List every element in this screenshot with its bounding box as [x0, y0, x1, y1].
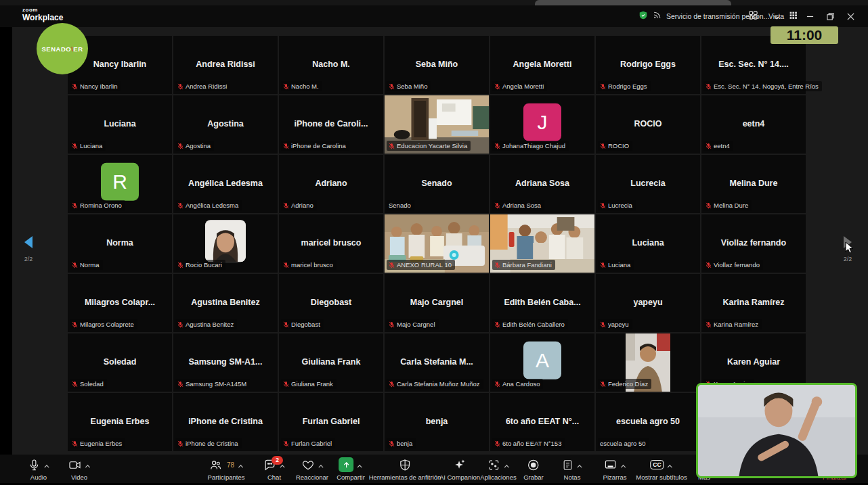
participant-tile[interactable]: Diegobast Diegobast [279, 274, 383, 332]
toolbar-label: Participantes [208, 474, 245, 481]
participant-label: maricel brusco [281, 260, 337, 270]
participant-tile[interactable]: Milagros Colapr... Milagros Colaprete [68, 274, 172, 332]
participant-tile[interactable]: Luciana Luciana [68, 95, 172, 154]
participant-tile[interactable]: Nacho M. Nacho M. [279, 36, 383, 94]
participant-tile[interactable]: Angélica Ledesma Angélica Ledesma [173, 155, 278, 213]
zoom-workplace-logo: zoom Workplace [22, 7, 63, 22]
participant-tile[interactable]: Adriana Sosa Adriana Sosa [490, 155, 594, 213]
participant-label: Adriana Sosa [492, 200, 544, 210]
chevron-up-icon[interactable] [577, 459, 582, 471]
participant-label: Romina Orono [70, 200, 125, 210]
stream-service-menu[interactable]: Servicio de transmisión person... [638, 5, 780, 27]
participant-tile[interactable]: Educacion Yacarte Silvia [385, 95, 489, 154]
participant-tile[interactable]: Agustina Benitez Agustina Benitez [173, 274, 278, 332]
participant-tile[interactable]: Lucrecia Lucrecia [596, 155, 700, 213]
ai-companion-button[interactable]: AI Companion [439, 457, 480, 481]
participant-tile[interactable]: maricel brusco maricel brusco [279, 214, 383, 273]
participant-tile[interactable]: Esc. Sec. N° 14.... Esc. Sec. N° 14. Nog… [701, 36, 806, 94]
participant-tile[interactable]: escuela agro 50escuela agro 50 [596, 393, 700, 451]
participant-tile[interactable]: eetn4 eetn4 [701, 95, 806, 154]
share-button[interactable]: Compartir [337, 457, 365, 481]
participant-name: maricel brusco [279, 238, 383, 248]
participant-tile[interactable]: Karina Ramírez Karina Ramírez [701, 274, 806, 332]
captions-button[interactable]: CCMostrar subtítulos [636, 457, 687, 481]
participant-tile[interactable]: SenadoSenado [385, 155, 489, 213]
participant-tile[interactable]: A Ana Cardoso [490, 333, 594, 392]
participant-tile[interactable]: iPhone de Caroli... iPhone de Carolina [279, 95, 383, 154]
muted-mic-icon [494, 202, 500, 209]
participant-tile[interactable]: ROCIO ROCIO [596, 95, 700, 154]
participant-tile[interactable]: Adriano Adriano [279, 155, 383, 213]
participant-tile[interactable]: Samsung SM-A1... Samsung SM-A145M [173, 333, 278, 392]
participant-label: Diegobast [281, 319, 324, 329]
participant-tile[interactable]: Carla Stefania M... Carla Stefania Muñoz… [385, 333, 489, 392]
participant-tile[interactable]: Rocio Bucari [173, 214, 278, 273]
participant-tile[interactable]: 6to año EEAT N°... 6to año EEAT N°153 [490, 393, 594, 451]
participant-tile[interactable]: Eugenia Erbes Eugenia Erbes [68, 393, 172, 451]
gallery-view-button[interactable] [748, 5, 758, 27]
participant-tile[interactable]: J JohanaThiago Chajud [490, 95, 594, 154]
participant-tile[interactable]: Soledad Soledad [68, 333, 172, 392]
participant-label: Senado [387, 200, 414, 210]
view-button[interactable]: Vista [768, 5, 798, 27]
record-button[interactable]: Grabar [523, 457, 544, 481]
audio-button[interactable]: Audio [28, 457, 49, 481]
participant-tile[interactable]: Rodrigo Eggs Rodrigo Eggs [596, 36, 700, 94]
participant-label: Giuliana Frank [281, 379, 337, 389]
whiteboards-button[interactable]: Pizarras [603, 457, 627, 481]
toolbar-label: Aplicaciones [480, 474, 516, 481]
chevron-up-icon[interactable] [668, 459, 673, 471]
chevron-up-icon[interactable] [357, 459, 362, 471]
muted-mic-icon [72, 321, 78, 328]
participant-name: Luciana [596, 238, 700, 248]
participant-label: ANEXO RURAL 10 [387, 260, 455, 270]
participant-tile[interactable]: Majo Cargnel Majo Cargnel [385, 274, 489, 332]
participant-tile[interactable]: Melina Dure Melina Dure [701, 155, 806, 213]
apps-button[interactable]: Aplicaciones [480, 457, 516, 481]
chevron-up-icon[interactable] [238, 459, 243, 471]
participant-tile[interactable]: R Romina Orono [68, 155, 172, 213]
participant-tile[interactable]: Andrea Ridissi Andrea Ridissi [173, 36, 278, 94]
notes-button[interactable]: Notas [562, 457, 582, 481]
chevron-up-icon[interactable] [621, 459, 626, 471]
participant-tile[interactable]: Viollaz fernando Viollaz fernando [701, 214, 806, 273]
participant-tile[interactable]: iPhone de Cristina iPhone de Cristina [173, 393, 278, 451]
muted-mic-icon [600, 202, 606, 209]
minimize-button[interactable] [800, 5, 820, 27]
participant-label: Majo Cargnel [387, 319, 439, 329]
participant-tile[interactable]: benja benja [385, 393, 489, 451]
sign-language-interpreter-video[interactable] [696, 383, 857, 478]
muted-mic-icon [389, 83, 395, 90]
restore-button[interactable] [820, 5, 840, 27]
participant-tile[interactable]: Bárbara Fandiani [490, 214, 594, 273]
close-button[interactable] [840, 5, 861, 27]
chevron-up-icon[interactable] [44, 459, 49, 471]
participant-tile[interactable]: yapeyu yapeyu [596, 274, 700, 332]
participant-tile[interactable]: ANEXO RURAL 10 [385, 214, 489, 273]
participant-tile[interactable]: Agostina Agostina [173, 95, 278, 154]
chat-badge: 2 [272, 456, 283, 465]
participant-name: escuela agro 50 [596, 417, 700, 426]
participant-tile[interactable]: Edith Belén Caba... Edith Belén Caballer… [490, 274, 594, 332]
toolbar-label: Herramientas de anfitrión [369, 474, 441, 481]
participant-tile[interactable]: Seba Miño Seba Miño [385, 36, 489, 94]
whiteboard-icon [604, 459, 617, 471]
react-button[interactable]: Reaccionar [296, 457, 328, 481]
participants-button[interactable]: 78Participantes [208, 457, 245, 481]
participant-label: Rocio Bucari [175, 260, 225, 270]
host-tools-button[interactable]: Herramientas de anfitrión [369, 457, 441, 481]
participant-tile[interactable]: Federico Díaz [596, 333, 700, 392]
participant-tile[interactable]: Norma Norma [68, 214, 172, 273]
previous-page-button[interactable]: 2/2 [8, 235, 49, 262]
participant-tile[interactable]: Angela Moretti Angela Moretti [490, 36, 594, 94]
participant-grid: Nancy Ibarlin Nancy IbarlinAndrea Ridiss… [68, 36, 806, 451]
participant-tile[interactable]: Luciana Luciana [596, 214, 700, 273]
chat-button[interactable]: 2Chat [263, 457, 285, 481]
video-button[interactable]: Video [68, 457, 91, 481]
chevron-up-icon[interactable] [504, 459, 510, 471]
participant-tile[interactable]: Giuliana Frank Giuliana Frank [279, 333, 383, 392]
chevron-up-icon[interactable] [318, 459, 324, 471]
participant-name: Agustina Benitez [173, 298, 278, 307]
participant-tile[interactable]: Furlan Gabriel Furlan Gabriel [279, 393, 383, 451]
chevron-up-icon[interactable] [85, 459, 91, 471]
